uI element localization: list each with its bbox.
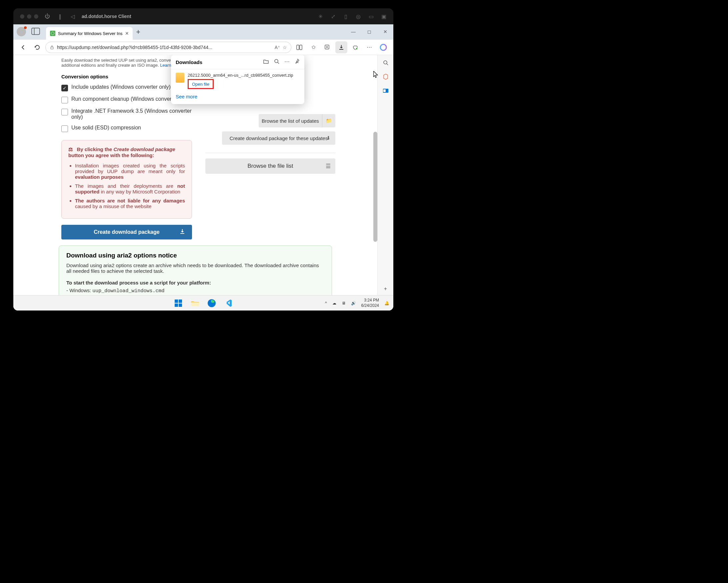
split-screen-button[interactable] [293,41,305,53]
tab-favicon [50,31,55,36]
search-icon[interactable] [382,59,389,66]
back-button[interactable] [17,41,29,53]
see-more-link[interactable]: See more [171,93,304,104]
collections-button[interactable] [321,41,333,53]
scrollbar[interactable] [373,132,377,242]
more-icon[interactable]: ⋯ [284,58,290,66]
browse-file-list-button[interactable]: Browse the file list ☰ [205,158,335,174]
onedrive-icon[interactable]: ☁ [332,301,336,305]
browser-tab[interactable]: Summary for Windows Server Ins × [46,27,133,40]
network-icon[interactable]: 🖥 [342,301,346,305]
svg-point-7 [380,44,386,50]
edge-browser-window: Summary for Windows Server Ins × + — ◻ ✕… [13,24,393,310]
create-download-package-button[interactable]: Create download package [61,225,192,239]
create-package-updates-button[interactable]: Create download package for these update… [222,131,335,145]
expand-icon[interactable]: ⤢ [330,13,336,19]
clock[interactable]: 3:24 PM6/24/2024 [361,298,379,308]
vscode-button[interactable] [223,298,233,308]
outlook-icon[interactable] [382,87,389,94]
svg-rect-2 [51,47,53,49]
svg-line-9 [278,62,279,64]
svg-rect-3 [297,45,299,50]
file-explorer-button[interactable] [190,298,200,308]
downloads-button[interactable] [335,41,347,53]
copilot-button[interactable] [377,41,389,53]
svg-rect-0 [32,28,40,34]
globe-icon[interactable]: ◎ [355,13,361,19]
zoom-dot[interactable] [34,14,38,19]
webpage-area[interactable]: Easily download the selected UUP set usi… [13,55,377,310]
checkbox-icon[interactable] [61,97,68,103]
reader-icon[interactable]: A⁺ [275,45,280,50]
tray-chevron-icon[interactable]: ^ [325,301,327,305]
address-text: https://uupdump.net/download.php?id=cb98… [57,45,212,50]
tab-close-button[interactable]: × [125,30,129,36]
menu-button[interactable]: ⋯ [363,41,375,53]
search-icon[interactable] [274,58,280,66]
minimize-dot[interactable] [27,14,31,19]
open-file-link[interactable]: Open file [192,82,209,87]
folder-icon[interactable]: ▭ [368,13,374,19]
folder-icon[interactable] [263,58,269,66]
new-tab-button[interactable]: + [136,28,140,36]
windows-icon[interactable]: ▣ [381,13,387,19]
lock-icon [50,45,54,50]
pause-icon[interactable]: ‖ [57,13,63,19]
svg-rect-14 [175,300,178,303]
windows-taskbar: ^ ☁ 🖥 🔊 3:24 PM6/24/2024 🔔 [13,295,393,310]
favorite-icon[interactable]: ☆ [283,45,287,50]
browse-updates-button[interactable]: Browse the list of updates 📁 [259,114,335,127]
maximize-button[interactable]: ◻ [361,24,377,39]
tab-strip: Summary for Windows Server Ins × + — ◻ ✕ [13,24,393,40]
folder-icon: 📁 [322,114,335,127]
checkbox-dotnet[interactable]: Integrate .NET Framework 3.5 (Windows co… [61,108,192,120]
add-icon[interactable]: + [382,285,389,293]
system-tray[interactable]: ^ ☁ 🖥 🔊 3:24 PM6/24/2024 🔔 [325,298,389,308]
scales-icon: ⚖ [68,146,73,152]
browser-essentials-button[interactable] [349,41,361,53]
checkbox-esd[interactable]: Use solid (ESD) compression [61,125,192,132]
browser-toolbar: https://uupdump.net/download.php?id=cb98… [13,40,393,55]
svg-point-8 [275,59,278,63]
checkbox-icon[interactable] [61,125,68,132]
close-button[interactable]: ✕ [377,24,393,39]
svg-line-11 [387,64,388,65]
favorites-button[interactable]: ✩ [307,41,319,53]
svg-rect-13 [383,90,386,92]
profile-button[interactable] [17,27,26,36]
edge-sidebar: + ⚙ [377,55,393,310]
power-icon[interactable]: ⏻ [44,13,50,19]
volume-icon[interactable]: 🔊 [351,301,356,305]
address-bar[interactable]: https://uupdump.net/download.php?id=cb98… [45,42,291,53]
microsoft365-icon[interactable] [382,73,389,80]
checkbox-icon[interactable]: ✓ [61,85,68,92]
minimize-button[interactable]: — [345,24,361,39]
open-file-highlight: Open file [188,79,214,89]
svg-rect-17 [179,304,182,307]
svg-rect-16 [175,304,178,307]
zip-icon [176,73,184,83]
downloads-title: Downloads [176,59,263,65]
close-dot[interactable] [20,14,24,19]
svg-rect-15 [179,300,182,303]
edge-button[interactable] [207,298,217,308]
downloads-panel: Downloads ⋯ 26212.5000_arm64_en-us_...rd… [171,55,304,104]
tab-actions-button[interactable] [31,28,40,35]
tab-title: Summary for Windows Server Ins [58,31,123,36]
window-controls[interactable] [20,14,38,19]
usb-icon[interactable]: ▯ [343,13,349,19]
download-icon: ⬇ [326,135,331,141]
notifications-icon[interactable]: 🔔 [384,301,389,305]
pin-icon[interactable] [294,58,300,66]
svg-point-10 [384,61,387,64]
checkbox-icon[interactable] [61,109,68,116]
spinner-icon: ✳ [317,13,323,19]
refresh-button[interactable] [31,41,43,53]
list-icon: ☰ [326,163,331,170]
svg-rect-18 [191,303,199,306]
svg-point-6 [356,48,358,50]
download-item[interactable]: 26212.5000_arm64_en-us_...rd_cb985455_co… [171,69,304,93]
svg-rect-4 [300,45,302,50]
start-button[interactable] [173,298,183,308]
back-icon[interactable]: ◁ [70,13,76,19]
